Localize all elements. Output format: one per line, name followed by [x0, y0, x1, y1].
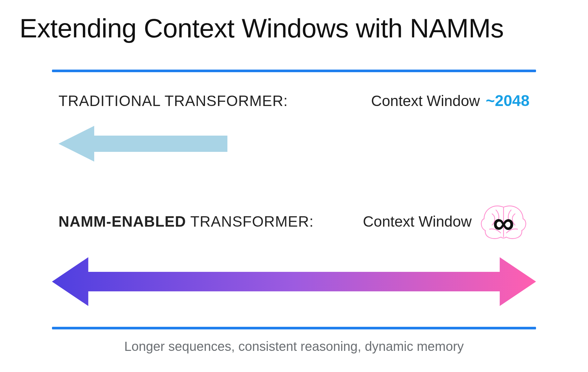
traditional-row: TRADITIONAL TRANSFORMER: Context Window … [58, 92, 530, 110]
caption-text: Longer sequences, consistent reasoning, … [19, 339, 569, 354]
traditional-label: TRADITIONAL TRANSFORMER: [58, 92, 288, 110]
namm-label: NAMM-ENABLED TRANSFORMER: [58, 213, 314, 230]
brain-infinity-icon: ∞ [478, 202, 530, 241]
namm-label-rest: TRANSFORMER: [186, 213, 314, 230]
slide-title: Extending Context Windows with NAMMs [19, 13, 569, 44]
namm-cw-label: Context Window [363, 213, 472, 230]
slide: Extending Context Windows with NAMMs TRA… [0, 0, 588, 372]
wide-arrow-wrap [52, 257, 536, 307]
namm-section: NAMM-ENABLED TRANSFORMER: Context Window [19, 202, 569, 241]
svg-marker-0 [58, 126, 227, 162]
namm-row: NAMM-ENABLED TRANSFORMER: Context Window [58, 202, 530, 241]
traditional-section: TRADITIONAL TRANSFORMER: Context Window … [19, 92, 569, 163]
namm-label-bold: NAMM-ENABLED [58, 213, 186, 230]
short-left-arrow-icon [58, 126, 227, 162]
traditional-cw-label: Context Window [371, 92, 480, 110]
traditional-cw-value: ~2048 [486, 92, 530, 110]
namm-context-group: Context Window [363, 202, 530, 241]
svg-marker-1 [52, 257, 536, 306]
infinity-icon: ∞ [493, 208, 514, 238]
bottom-rule [52, 327, 536, 329]
top-rule [52, 70, 536, 72]
traditional-context-group: Context Window ~2048 [371, 92, 530, 110]
wide-gradient-arrow-icon [52, 257, 536, 306]
